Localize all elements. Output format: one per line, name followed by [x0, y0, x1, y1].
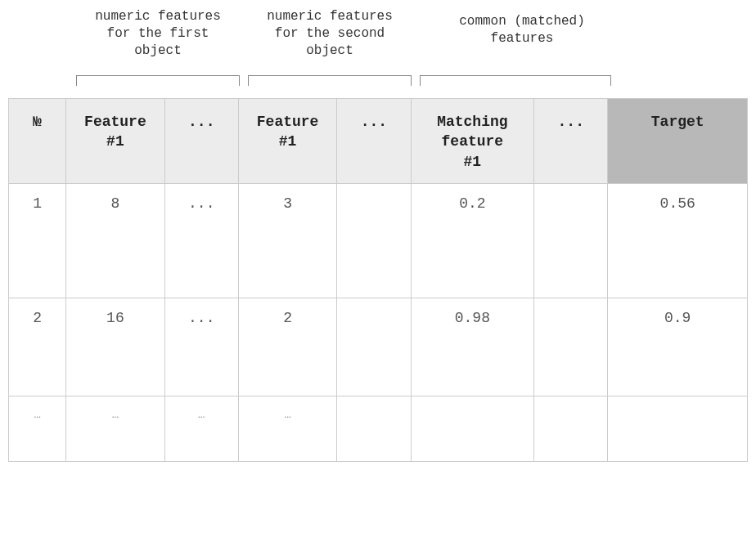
cell-num: 2 [9, 298, 66, 396]
header-feature1-first: Feature #1 [66, 99, 164, 184]
cell-ellipsis [337, 183, 411, 298]
annotation-group3: common (matched) features [424, 13, 620, 47]
cell-feature1-second: 2 [238, 298, 336, 396]
cell-target: 0.56 [608, 183, 748, 298]
cell-ellipsis [534, 298, 608, 396]
header-matching-feature: Matching feature #1 [411, 99, 534, 184]
column-group-annotations: numeric features for the first object nu… [15, 8, 748, 98]
cell-matching: 0.98 [411, 298, 534, 396]
cell-target: 0.9 [608, 298, 748, 396]
cell-ellipsis [534, 396, 608, 461]
header-ellipsis-3: ... [534, 99, 608, 184]
cell-ellipsis [608, 396, 748, 461]
cell-ellipsis: ... [164, 183, 238, 298]
cell-ellipsis: … [164, 396, 238, 461]
cell-ellipsis [411, 396, 534, 461]
cell-ellipsis [337, 396, 411, 461]
header-num: № [9, 99, 66, 184]
cell-ellipsis: … [238, 396, 336, 461]
table-row-ellipsis: … … … … [9, 396, 748, 461]
cell-ellipsis [534, 183, 608, 298]
bracket-group3 [420, 75, 611, 85]
cell-matching: 0.2 [411, 183, 534, 298]
table-row: 2 16 ... 2 0.98 0.9 [9, 298, 748, 396]
cell-ellipsis: … [66, 396, 164, 461]
header-ellipsis-2: ... [337, 99, 411, 184]
header-ellipsis-1: ... [164, 99, 238, 184]
cell-ellipsis: … [9, 396, 66, 461]
cell-ellipsis: ... [164, 298, 238, 396]
cell-feature1-first: 8 [66, 183, 164, 298]
table-header-row: № Feature #1 ... Feature #1 ... Matching… [9, 99, 748, 184]
feature-table: № Feature #1 ... Feature #1 ... Matching… [8, 98, 748, 462]
cell-feature1-first: 16 [66, 298, 164, 396]
cell-ellipsis [337, 298, 411, 396]
bracket-group1 [76, 75, 240, 85]
header-target: Target [608, 99, 748, 184]
cell-num: 1 [9, 183, 66, 298]
annotation-group2: numeric features for the second object [244, 8, 416, 59]
annotation-group1: numeric features for the first object [72, 8, 244, 59]
header-feature1-second: Feature #1 [238, 99, 336, 184]
bracket-group2 [248, 75, 412, 85]
table-row: 1 8 ... 3 0.2 0.56 [9, 183, 748, 298]
cell-feature1-second: 3 [238, 183, 336, 298]
